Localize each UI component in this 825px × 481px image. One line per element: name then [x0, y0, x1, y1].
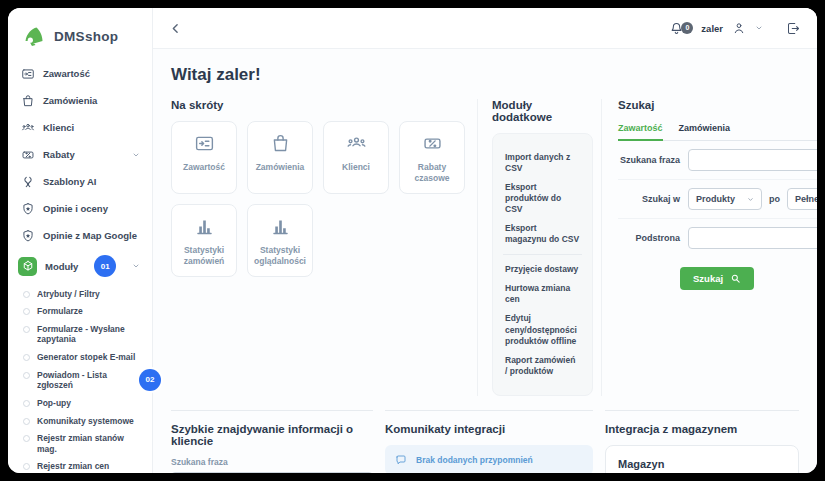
bullet-icon	[23, 400, 30, 407]
shield-star-icon	[20, 228, 35, 243]
submenu-item-label: Rejestr zmian cen	[37, 461, 109, 472]
shortcut-tiles: Zawartość Zamówienia Klienci Rabaty	[171, 121, 471, 277]
submenu-item-formularze-wyslane[interactable]: Formularze - Wysłane zapytania	[8, 320, 152, 348]
search-in-value: Produkty	[696, 194, 735, 204]
submenu-item-label: Formularze	[37, 306, 83, 317]
search-in-row: Szukaj w Produkty po Pełne	[618, 180, 817, 219]
empty-reminders-text: Brak dodanych przypomnień	[416, 455, 533, 465]
submenu-item-rejestr-stanow[interactable]: Rejestr zmian stanów mag.	[8, 430, 152, 458]
tile-zawartosc[interactable]: Zawartość	[171, 121, 237, 194]
link-przyjecie-dostawy[interactable]: Przyjęcie dostawy	[505, 264, 580, 275]
tile-zamowienia[interactable]: Zamówienia	[247, 121, 313, 194]
sidebar-item-szablony-ai[interactable]: Szablony AI	[8, 168, 152, 195]
sidebar-item-zamowienia[interactable]: Zamówienia	[8, 87, 152, 114]
bullet-icon	[23, 418, 30, 425]
sidebar-item-label: Szablony AI	[43, 176, 97, 187]
client-phrase-label: Szukana fraza	[171, 457, 373, 467]
tile-label: Rabaty czasowe	[404, 162, 460, 184]
bottom-grid: Szybkie znajdywanie informacji o klienci…	[171, 410, 799, 473]
topbar-right: 0 zaler	[669, 21, 801, 36]
search-mode-select[interactable]: Pełne	[787, 188, 817, 210]
notifications-bell-icon[interactable]: 0	[669, 21, 684, 36]
submenu-item-atrybuty[interactable]: Atrybuty / Filtry	[8, 285, 152, 303]
search-by-label: po	[769, 194, 780, 204]
submenu-item-formularze[interactable]: Formularze	[8, 303, 152, 321]
tab-zamowienia[interactable]: Zamówienia	[679, 121, 731, 140]
sidebar-item-klienci[interactable]: Klienci	[8, 114, 152, 141]
integration-messages-section: Komunikaty integracji Brak dodanych przy…	[385, 410, 593, 473]
link-eksport-produktow[interactable]: Eksport produktów do CSV	[505, 182, 580, 215]
integration-messages-title: Komunikaty integracji	[385, 423, 593, 435]
shopping-bag-icon	[20, 93, 35, 108]
magazyn-card: Magazyn Data ostatniej operacji: ✕ 2021-…	[605, 445, 799, 473]
sidebar: DMSshop Zawartość Zamówienia Klienci Rab…	[8, 8, 153, 473]
search-submit-row: Szukaj	[618, 257, 817, 290]
search-in-select[interactable]: Produkty	[688, 188, 762, 210]
client-phrase-input[interactable]	[171, 472, 373, 473]
sidebar-item-moduly[interactable]: Moduły 01	[8, 249, 152, 283]
sidebar-item-zawartosc[interactable]: Zawartość	[8, 60, 152, 87]
brand-logo[interactable]: DMSshop	[8, 8, 152, 60]
search-phrase-input[interactable]	[688, 149, 817, 171]
submenu-item-generator-stopek[interactable]: Generator stopek E-mail	[8, 349, 152, 367]
link-edytuj-ceny-offline[interactable]: Edytuj ceny/dostępności produktów offlin…	[505, 313, 580, 346]
logout-icon[interactable]	[772, 21, 801, 36]
link-import-csv[interactable]: Import danych z CSV	[505, 152, 580, 174]
chevron-down-icon[interactable]	[755, 24, 763, 32]
sidebar-nav: Zawartość Zamówienia Klienci Rabaty Szab…	[8, 60, 152, 473]
submenu-item-komunikaty-systemowe[interactable]: Komunikaty systemowe	[8, 412, 152, 430]
sidebar-item-opinie-google[interactable]: Opinie z Map Google	[8, 222, 152, 249]
bar-chart-icon	[194, 216, 215, 237]
sidebar-item-opinie-i-oceny[interactable]: Opinie i oceny	[8, 195, 152, 222]
tile-statystyki-zamowien[interactable]: Statystyki zamówień	[171, 204, 237, 277]
submenu-item-rejestr-cen[interactable]: Rejestr zmian cen	[8, 458, 152, 473]
shield-star-icon	[20, 201, 35, 216]
submenu-item-label: Pop-upy	[37, 398, 71, 409]
topbar: 0 zaler	[153, 8, 817, 49]
submenu-item-popupy[interactable]: Pop-upy	[8, 394, 152, 412]
link-hurtowa-zmiana-cen[interactable]: Hurtowa zmiana cen	[505, 283, 580, 305]
search-submit-button[interactable]: Szukaj	[680, 267, 754, 290]
tile-statystyki-ogladalnosci[interactable]: Statystyki oglądalności	[247, 204, 313, 277]
magazyn-card-title: Magazyn	[618, 458, 786, 470]
tab-zawartosc[interactable]: Zawartość	[618, 121, 663, 141]
bullet-icon	[23, 354, 30, 361]
sidebar-item-label: Opinie i oceny	[43, 203, 108, 214]
discount-tag-icon	[20, 147, 35, 162]
warehouse-integration-title: Integracja z magazynem	[605, 423, 799, 435]
chevron-down-icon	[132, 262, 140, 270]
submenu-item-powiadom[interactable]: Powiadom - Lista zgłoszeń02	[8, 366, 152, 394]
subpage-input[interactable]	[688, 227, 817, 249]
shortcuts-title: Na skróty	[171, 99, 471, 111]
search-title: Szukaj	[618, 99, 817, 111]
bullet-icon	[23, 372, 30, 379]
search-submit-label: Szukaj	[693, 273, 723, 284]
bullet-icon	[23, 308, 30, 315]
subpage-row: Podstrona	[618, 219, 817, 257]
users-icon	[20, 120, 35, 135]
discount-tag-icon	[422, 133, 443, 154]
user-icon[interactable]	[732, 21, 746, 35]
ai-waves-icon	[20, 174, 35, 189]
sidebar-item-label: Zamówienia	[43, 95, 97, 106]
shortcuts-section: Na skróty Zawartość Zamówienia Klienc	[171, 99, 471, 396]
modules-count-badge: 01	[94, 255, 116, 277]
page-title: Witaj zaler!	[171, 65, 799, 85]
extra-modules-title: Moduły dodatkowe	[492, 99, 593, 123]
search-mode-value: Pełne	[795, 194, 817, 204]
tile-label: Klienci	[342, 162, 370, 173]
sidebar-item-rabaty[interactable]: Rabaty	[8, 141, 152, 168]
search-phrase-row: Szukana fraza	[618, 141, 817, 180]
link-raport-zamowien[interactable]: Raport zamówień / produktów	[505, 355, 580, 377]
submenu-item-label: Komunikaty systemowe	[37, 416, 134, 427]
chevron-down-icon	[747, 196, 754, 203]
back-chevron-icon[interactable]	[169, 22, 182, 35]
tile-klienci[interactable]: Klienci	[323, 121, 389, 194]
sidebar-item-label: Zawartość	[43, 68, 90, 79]
dmsshop-logo-icon	[22, 24, 46, 48]
link-eksport-magazynu[interactable]: Eksport magazynu do CSV	[505, 223, 580, 245]
tile-rabaty-czasowe[interactable]: Rabaty czasowe	[399, 121, 465, 194]
chat-bubble-icon	[395, 454, 407, 466]
sidebar-item-label: Opinie z Map Google	[43, 230, 137, 241]
empty-reminders-banner: Brak dodanych przypomnień	[385, 445, 593, 473]
